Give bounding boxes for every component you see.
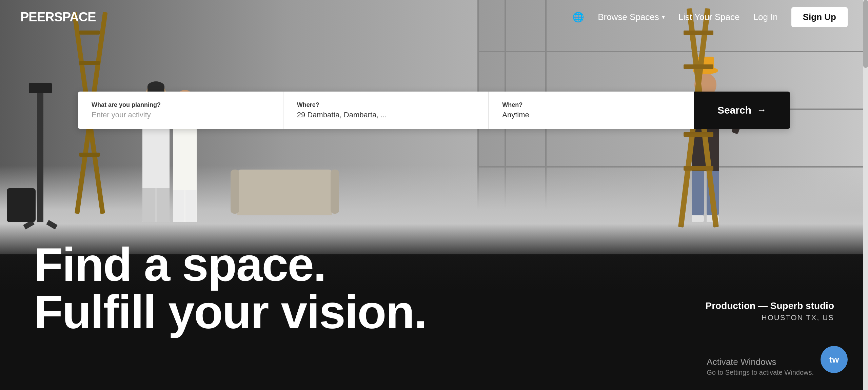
browse-spaces-label: Browse Spaces bbox=[598, 12, 659, 22]
search-arrow-icon: → bbox=[757, 105, 766, 116]
when-label: When? bbox=[502, 101, 680, 109]
chat-bubble-label: tw bbox=[829, 354, 839, 365]
search-bar-container: What are you planning? Enter your activi… bbox=[78, 92, 790, 129]
activity-input[interactable]: Enter your activity bbox=[92, 111, 270, 119]
navbar: PEERSPACE 🌐 Browse Spaces ▾ List Your Sp… bbox=[0, 0, 868, 34]
globe-icon[interactable]: 🌐 bbox=[572, 12, 584, 23]
windows-notice-subtitle: Go to Settings to activate Windows. bbox=[707, 369, 814, 376]
site-logo: PEERSPACE bbox=[20, 10, 96, 24]
login-button[interactable]: Log In bbox=[753, 12, 777, 22]
when-value[interactable]: Anytime bbox=[502, 111, 680, 119]
activity-field[interactable]: What are you planning? Enter your activi… bbox=[78, 92, 283, 129]
activity-label: What are you planning? bbox=[92, 101, 270, 109]
where-label: Where? bbox=[297, 101, 475, 109]
list-space-link[interactable]: List Your Space bbox=[678, 12, 740, 22]
space-info-location: HOUSTON TX, US bbox=[705, 313, 834, 322]
windows-activation-notice: Activate Windows Go to Settings to activ… bbox=[707, 357, 814, 376]
sofa bbox=[237, 185, 332, 215]
browse-spaces-button[interactable]: Browse Spaces ▾ bbox=[598, 12, 665, 22]
hero-text-block: Find a space. Fulfill your vision. bbox=[34, 241, 427, 336]
search-button-label: Search bbox=[717, 104, 751, 116]
light-stand bbox=[37, 93, 43, 222]
windows-notice-title: Activate Windows bbox=[707, 357, 814, 367]
bag bbox=[7, 188, 36, 222]
hero-headline-line1: Find a space. bbox=[34, 241, 427, 288]
when-field[interactable]: When? Anytime bbox=[489, 92, 694, 129]
signup-button[interactable]: Sign Up bbox=[791, 7, 848, 27]
search-bar: What are you planning? Enter your activi… bbox=[78, 92, 790, 129]
hero-section: PEERSPACE 🌐 Browse Spaces ▾ List Your Sp… bbox=[0, 0, 868, 390]
nav-right: 🌐 Browse Spaces ▾ List Your Space Log In… bbox=[572, 7, 848, 27]
space-info-block: Production — Superb studio HOUSTON TX, U… bbox=[705, 300, 834, 322]
search-button[interactable]: Search → bbox=[694, 92, 790, 129]
chat-bubble-button[interactable]: tw bbox=[821, 346, 848, 373]
scrollbar[interactable] bbox=[863, 0, 868, 390]
location-value[interactable]: 29 Dambatta, Dambarta, ... bbox=[297, 111, 475, 119]
window-frame-h1 bbox=[477, 51, 868, 52]
browse-spaces-chevron-icon: ▾ bbox=[662, 13, 665, 21]
hero-headline-line2: Fulfill your vision. bbox=[34, 288, 427, 336]
location-field[interactable]: Where? 29 Dambatta, Dambarta, ... bbox=[283, 92, 489, 129]
space-info-title: Production — Superb studio bbox=[705, 300, 834, 311]
